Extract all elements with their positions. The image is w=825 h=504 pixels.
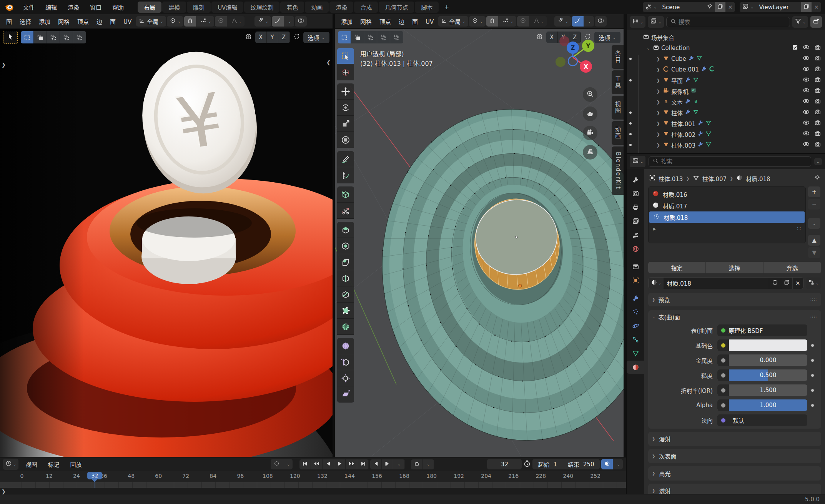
remove-slot-button[interactable]: −	[808, 199, 820, 210]
jump-to-start-button[interactable]	[299, 459, 311, 469]
menu-编辑[interactable]: 编辑	[40, 3, 62, 12]
render-visibility-icon[interactable]	[814, 141, 821, 149]
breadcrumb-object[interactable]: 柱体.013	[659, 175, 683, 183]
workspace-tab-渲染[interactable]: 渲染	[329, 2, 353, 13]
hide-eye-icon[interactable]	[803, 65, 810, 74]
snap-controls[interactable]: ⌄	[184, 16, 214, 27]
new-material-copy-button[interactable]	[781, 278, 792, 289]
vpl-menu-顶点[interactable]: 顶点	[73, 18, 93, 26]
material-slot-材质.016[interactable]: 材质.016	[649, 188, 805, 200]
expand-caret[interactable]: ❯	[655, 57, 661, 62]
outliner-row-柱体.002[interactable]: ❯柱体.002	[627, 129, 825, 140]
deselect-button[interactable]: 弃选	[763, 262, 821, 273]
properties-tab-output[interactable]	[627, 201, 644, 214]
workspace-tab-脚本[interactable]: 脚本	[415, 2, 439, 13]
outliner-row-摄像机[interactable]: ❯摄像机	[627, 86, 825, 96]
workspace-tab-着色[interactable]: 着色	[280, 2, 304, 13]
select-mode-1[interactable]	[351, 31, 364, 43]
decorator-dot[interactable]	[807, 344, 817, 347]
outliner-row-Cube.001[interactable]: ❯Cube.001	[627, 64, 825, 75]
properties-tab-material[interactable]	[627, 361, 644, 374]
frame-end-field[interactable]: 结束250	[562, 459, 600, 469]
timeline-menu-视图[interactable]: 视图	[20, 460, 42, 469]
viewport-right-canvas[interactable]: XYZ 选项⌄ 用户透视 (局部) (32) 柱体.013 | 柱体.007	[335, 29, 624, 457]
properties-tab-physics[interactable]	[627, 319, 644, 332]
menu-文件[interactable]: 文件	[18, 3, 40, 12]
sidebar-tab-条目[interactable]: 条目	[612, 45, 624, 69]
timeline-menu-回放[interactable]: 回放	[65, 460, 87, 469]
tool-add-cube[interactable]	[337, 186, 354, 203]
toolbar-expand-chevron[interactable]: ❯	[2, 62, 6, 68]
material-slot-材质.017[interactable]: 材质.017	[649, 200, 805, 211]
outliner-display-mode-button[interactable]: ⌄	[648, 16, 664, 28]
axis-neg-x[interactable]	[556, 57, 566, 67]
expand-caret[interactable]: ❯	[655, 78, 661, 83]
viewlayer-name[interactable]: ViewLayer	[756, 2, 801, 12]
unlink-material-button[interactable]: ✕	[792, 278, 803, 289]
scene-browse-button[interactable]: ⌄	[643, 2, 659, 12]
expand-caret[interactable]: ❯	[655, 100, 661, 105]
slider-Alpha[interactable]: 1.000	[717, 399, 807, 411]
properties-search[interactable]	[649, 156, 811, 167]
move-slot-down-button[interactable]: ▼	[808, 247, 820, 258]
orientation-selector-right[interactable]: 全局⌄	[438, 16, 468, 27]
decorator-dot[interactable]	[807, 359, 817, 362]
camera-view-button[interactable]	[583, 126, 597, 140]
tool-inset-faces[interactable]	[337, 238, 354, 254]
render-visibility-icon[interactable]	[814, 65, 821, 74]
workspace-tab-布局[interactable]: 布局	[138, 2, 161, 13]
sidebar-tab-视图[interactable]: 视图	[612, 96, 624, 120]
expand-caret[interactable]: ❯	[655, 110, 661, 115]
expand-caret[interactable]: ❯	[655, 121, 661, 126]
tool-annotate[interactable]	[337, 151, 354, 167]
exclude-checkbox[interactable]	[792, 44, 798, 52]
material-name-field[interactable]: 材质.018	[664, 279, 769, 287]
delete-scene-button[interactable]: ✕	[725, 2, 735, 12]
slider-折射率(IOR)[interactable]: 1.500	[717, 384, 807, 396]
next-keyframe-button[interactable]	[346, 459, 357, 469]
select-mode-3[interactable]	[60, 31, 73, 43]
properties-tab-collection[interactable]	[627, 260, 644, 273]
socket-dot[interactable]	[717, 369, 729, 381]
outliner-row-柱体.003[interactable]: ❯柱体.003	[627, 140, 825, 150]
hide-eye-icon[interactable]	[803, 141, 810, 149]
tool-select-box[interactable]	[337, 48, 354, 64]
outliner-editor-type-button[interactable]: ⌄	[630, 16, 645, 28]
new-collection-button[interactable]	[810, 16, 822, 28]
snap-controls-right[interactable]: ⌄	[486, 16, 516, 27]
outliner-item-label[interactable]: 场景集合	[651, 33, 674, 42]
select-mode-2[interactable]	[47, 31, 60, 43]
expand-caret[interactable]: ⌄	[645, 46, 651, 51]
workspace-tab-动画[interactable]: 动画	[305, 2, 329, 13]
outliner-filter-button[interactable]: ⌄	[792, 16, 808, 28]
outliner-item-label[interactable]: 柱体	[671, 109, 683, 117]
workspace-tab-建模[interactable]: 建模	[162, 2, 186, 13]
node-tree-filter-button[interactable]: ⌄	[806, 278, 821, 289]
outliner-item-label[interactable]: Cube.001	[671, 66, 699, 73]
delete-viewlayer-button[interactable]: ✕	[812, 2, 821, 12]
properties-tab-view-layer[interactable]	[627, 215, 644, 228]
hide-eye-icon[interactable]	[803, 55, 810, 63]
add-workspace-button[interactable]: +	[440, 2, 453, 12]
outliner-item-label[interactable]: 柱体.002	[671, 130, 695, 138]
timeline-editor-type-button[interactable]: ⌄	[3, 459, 18, 470]
tool-bevel[interactable]	[337, 254, 354, 270]
sidebar-tab-工具[interactable]: 工具	[612, 70, 624, 94]
copy-viewlayer-button[interactable]	[801, 2, 812, 12]
frame-back-button[interactable]	[370, 459, 382, 469]
subpanel-高光[interactable]: ❯高光	[648, 466, 821, 481]
select-button[interactable]: 选择	[706, 262, 763, 273]
select-mode-0[interactable]	[21, 31, 34, 43]
proportional-icon[interactable]	[215, 16, 227, 27]
properties-tab-data[interactable]	[627, 347, 644, 360]
hide-eye-icon[interactable]	[803, 108, 810, 117]
breadcrumb-material[interactable]: 材质.018	[746, 175, 770, 183]
subpanel-透射[interactable]: ❯透射	[648, 484, 821, 494]
vpr-menu-面[interactable]: 面	[408, 18, 422, 26]
sidebar-tab-BlenderKit[interactable]: BlenderKit	[612, 146, 624, 195]
outliner-item-label[interactable]: 摄像机	[671, 87, 689, 95]
tool-transform[interactable]	[337, 132, 354, 148]
breadcrumb-mesh[interactable]: 柱体.007	[702, 175, 727, 183]
visibility-filter-right[interactable]: 0⌄	[554, 16, 571, 27]
browse-material-button[interactable]: ⌄	[649, 278, 664, 289]
